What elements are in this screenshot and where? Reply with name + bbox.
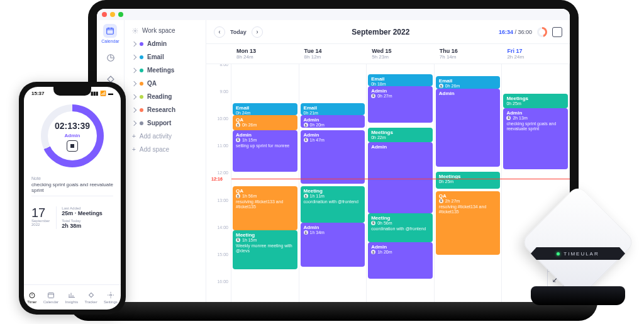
gear-icon: [132, 28, 138, 34]
calendar-event[interactable]: Admin 0h 27m: [368, 86, 433, 123]
calendar-event[interactable]: Admin 1h 34m: [301, 223, 365, 267]
tab-insights[interactable]: Insights: [65, 291, 78, 304]
calendar-event[interactable]: Admin: [436, 89, 501, 167]
calendar-event[interactable]: Admin 2h 13m checking sprint goals and r…: [503, 108, 568, 169]
calendar-event[interactable]: QA 2h 27m resolving #ticket134 and #tick…: [436, 191, 501, 255]
day-column[interactable]: Email 0h 21m Admin 0h 20m Admin 1h 47m M…: [299, 64, 367, 308]
rail-item-reports[interactable]: [104, 51, 118, 65]
billable-icon: [236, 194, 240, 198]
event-note: setting up sprint for monree: [236, 143, 294, 148]
billable-icon: [371, 221, 375, 225]
tab-calendar[interactable]: Calendar: [43, 291, 58, 304]
calendar-event[interactable]: Email 0h 24m: [233, 103, 297, 115]
event-title: Admin: [371, 144, 430, 150]
event-duration: 0h 25m: [506, 101, 565, 106]
day-header[interactable]: Tue 14 8h 12m: [299, 44, 367, 64]
calendar-event[interactable]: Meetings 0h 22m: [368, 128, 433, 142]
calendar-event[interactable]: Admin 1h 15m setting up sprint for monre…: [233, 130, 297, 172]
note-input[interactable]: checking sprint goals and reevaluate spr…: [31, 182, 113, 196]
tracker-device: TIMEULAR: [525, 198, 631, 305]
rail-item-calendar[interactable]: Calendar: [101, 24, 119, 43]
tab-settings[interactable]: Settings: [104, 291, 118, 304]
event-duration: 0h 27m: [371, 94, 430, 98]
activity-label: Meetings: [147, 67, 174, 74]
prev-week-button[interactable]: [214, 26, 225, 38]
event-duration: 1h 11m: [304, 194, 362, 198]
today-button[interactable]: Today: [230, 29, 247, 35]
app-window: Calendar Work space: [97, 9, 570, 308]
sidebar-activity-qa[interactable]: QA: [130, 77, 201, 90]
led-icon: [557, 252, 560, 255]
sidebar-activity-research[interactable]: Research: [130, 103, 201, 116]
event-duration: 0h 26m: [236, 123, 294, 127]
timer-progress-ring: 02:13:39 Admin: [41, 104, 104, 167]
add-activity-label: Add activity: [140, 133, 172, 140]
add-space-button[interactable]: + Add space: [130, 143, 201, 156]
tab-timer[interactable]: Timer: [27, 291, 36, 304]
day-header[interactable]: Fri 17 2h 24m: [502, 44, 570, 64]
minimize-icon[interactable]: [110, 12, 115, 17]
calendar-event[interactable]: Meeting 0h 56m coordination with @fronte…: [368, 213, 433, 243]
event-title: Email: [304, 105, 362, 111]
event-title: Meetings: [371, 130, 430, 135]
add-activity-button[interactable]: + Add activity: [130, 130, 201, 143]
calendar-event[interactable]: Meeting 1h 15m Weekly monree meeting wit…: [233, 230, 297, 269]
calendar-event[interactable]: Admin: [368, 142, 433, 213]
calendar-event[interactable]: Meetings 0h 25m: [436, 172, 501, 189]
day-column[interactable]: Email 0h 26m Admin Meetings 0h 25m QA 2h…: [435, 64, 502, 308]
event-duration: 1h 56m: [236, 194, 294, 198]
event-title: Meeting: [236, 232, 294, 238]
sidebar-activity-admin[interactable]: Admin: [130, 37, 201, 50]
day-column[interactable]: Email 0h 24m QA 0h 26m Admin 1h 15m sett…: [231, 64, 299, 308]
event-title: Meeting: [371, 215, 430, 221]
summary-year: 2022: [31, 223, 50, 226]
event-duration: 0h 18m: [371, 82, 430, 86]
chevron-right-icon: [131, 81, 136, 86]
workspace-header[interactable]: Work space: [130, 24, 201, 37]
calendar-event[interactable]: Meeting 1h 11m coordination with @fronte…: [301, 186, 365, 223]
sidebar-activity-email[interactable]: Email: [130, 50, 201, 64]
next-week-button[interactable]: [252, 26, 263, 38]
day-of-week: Mon 13: [236, 48, 294, 54]
stop-button[interactable]: [67, 140, 78, 152]
calendar-event[interactable]: Meetings 0h 25m: [503, 94, 568, 108]
day-header[interactable]: Wed 15 5h 23m: [367, 44, 435, 64]
calendar-event[interactable]: Admin 1h 47m: [301, 130, 365, 184]
hour-label: 9:00: [219, 89, 228, 94]
day-of-week: Wed 15: [372, 48, 430, 54]
datepicker-icon[interactable]: [552, 27, 562, 37]
event-duration: 0h 20m: [304, 123, 362, 127]
tab-tracker[interactable]: Tracker: [85, 291, 97, 304]
event-title: Admin: [439, 91, 497, 96]
sidebar-activity-meetings[interactable]: Meetings: [130, 64, 201, 77]
calendar-event[interactable]: Email 0h 21m: [301, 103, 365, 115]
calendar-event[interactable]: Admin 0h 20m: [301, 115, 365, 127]
timer-icon: [28, 291, 36, 299]
summary-day: 17: [31, 206, 50, 219]
billable-icon: [236, 123, 240, 127]
calendar-event[interactable]: QA 0h 26m: [233, 115, 297, 130]
svg-rect-6: [89, 293, 93, 297]
calendar-event[interactable]: QA 1h 56m resolving #ticket133 and #tick…: [233, 186, 297, 230]
status-time: 15:37: [31, 91, 44, 96]
calendar-event[interactable]: Email 0h 18m: [368, 74, 433, 86]
workspace-label: Work space: [142, 27, 175, 34]
calendar-event[interactable]: Email 0h 26m: [436, 76, 501, 88]
event-title: QA: [439, 193, 497, 199]
activity-color-dot: [140, 121, 143, 125]
day-header[interactable]: Mon 13 8h 24m: [231, 44, 299, 64]
day-header[interactable]: Thu 16 7h 14m: [435, 44, 502, 64]
event-duration: 0h 24m: [236, 111, 294, 115]
billable-icon: [371, 250, 375, 254]
plus-icon: +: [132, 146, 136, 153]
note-label: Note: [31, 176, 113, 181]
sidebar-activity-support[interactable]: Support: [130, 116, 201, 130]
calendar-grid[interactable]: 8:009:0010:0011:0012:0013:0014:0015:0016…: [206, 64, 570, 308]
day-column[interactable]: Email 0h 18m Admin 0h 27m Meetings 0h 22…: [367, 64, 435, 308]
phone-tabbar: TimerCalendarInsightsTrackerSettings: [24, 284, 121, 310]
sidebar-activity-reading[interactable]: Reading: [130, 90, 201, 103]
hour-label: 12:00: [217, 170, 228, 175]
maximize-icon[interactable]: [118, 12, 123, 17]
calendar-event[interactable]: Admin 1h 20m: [368, 242, 433, 279]
close-icon[interactable]: [102, 12, 107, 17]
